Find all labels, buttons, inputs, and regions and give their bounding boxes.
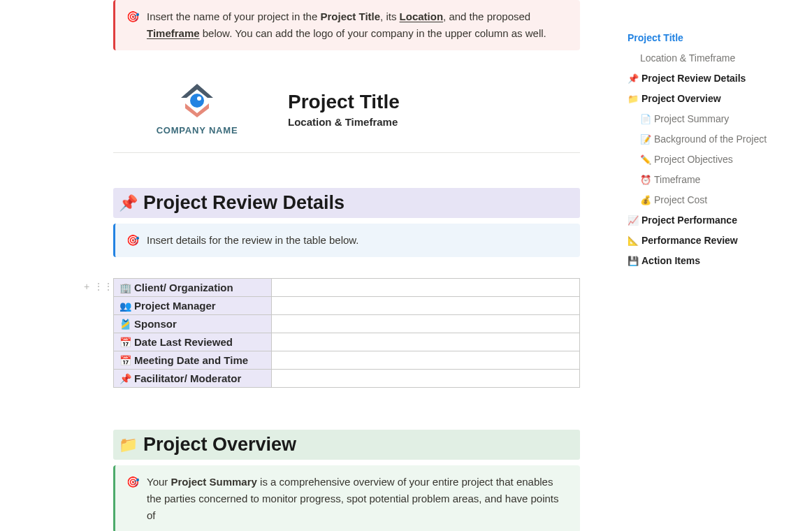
toc-item[interactable]: ✏️Project Objectives: [628, 150, 804, 170]
toc-item-icon: ⏰: [640, 173, 651, 187]
table-value-cell[interactable]: [272, 297, 580, 315]
toc-item-label: Project Summary: [654, 112, 729, 126]
callout-intro-body[interactable]: Insert the name of your project in the P…: [147, 8, 569, 42]
table-value-cell[interactable]: [272, 333, 580, 351]
toc-item-icon: 💰: [640, 194, 651, 208]
row-label: Facilitator/ Moderator: [134, 372, 241, 384]
section-header-review: 📌 Project Review Details: [113, 188, 580, 218]
toc-item-icon: 📄: [640, 112, 651, 126]
table-label-cell[interactable]: 🏢Client/ Organization: [114, 279, 272, 297]
main-document: 🎯 Insert the name of your project in the…: [0, 0, 616, 531]
callout-overview: 🎯 Your Project Summary is a comprehensiv…: [113, 465, 580, 531]
row-icon: 👥: [119, 300, 131, 312]
toc-item[interactable]: 📄Project Summary: [628, 109, 804, 129]
target-icon: 🎯: [126, 8, 140, 25]
toc-item[interactable]: 📌Project Review Details: [628, 68, 804, 89]
toc-item-label: Timeframe: [654, 173, 700, 187]
table-row[interactable]: 🎽Sponsor: [114, 315, 580, 333]
toc-item-icon: 💾: [628, 254, 639, 268]
callout-review: 🎯 Insert details for the review in the t…: [113, 224, 580, 257]
toc-item-label: Project Objectives: [654, 152, 733, 167]
table-label-cell[interactable]: 👥Project Manager: [114, 297, 272, 315]
toc-item-icon: 📁: [628, 92, 639, 106]
row-label: Project Manager: [134, 300, 216, 312]
toc-item-icon: 📈: [628, 214, 639, 228]
table-label-cell[interactable]: 📅Meeting Date and Time: [114, 351, 272, 370]
table-row[interactable]: 📌Facilitator/ Moderator: [114, 370, 580, 388]
row-icon: 📅: [119, 355, 131, 366]
row-icon: 📅: [119, 337, 131, 348]
toc-item-icon: 📌: [628, 72, 639, 86]
title-column[interactable]: Project Title Location & Timeframe: [281, 91, 580, 128]
row-icon: 📌: [119, 373, 131, 384]
callout-overview-body[interactable]: Your Project Summary is a comprehensive …: [147, 474, 569, 524]
toc-item[interactable]: ⏰Timeframe: [628, 170, 804, 190]
table-value-cell[interactable]: [272, 315, 580, 333]
table-row[interactable]: 🏢Client/ Organization: [114, 279, 580, 297]
table-value-cell[interactable]: [272, 370, 580, 388]
toc-item[interactable]: 📁Project Overview: [628, 89, 804, 109]
pushpin-icon: 📌: [119, 194, 138, 212]
folder-icon: 📁: [119, 436, 138, 454]
toc-item-label: Background of the Project: [654, 132, 767, 147]
toc-item-label: Location & Timeframe: [640, 51, 735, 66]
toc-item[interactable]: Location & Timeframe: [628, 48, 804, 68]
toc-item-icon: 📐: [628, 234, 639, 248]
add-block-icon[interactable]: +: [84, 281, 89, 292]
toc-item[interactable]: 📝Background of the Project: [628, 129, 804, 150]
table-of-contents: Project TitleLocation & Timeframe📌Projec…: [616, 0, 812, 531]
row-label: Sponsor: [134, 318, 177, 330]
table-value-cell[interactable]: [272, 351, 580, 370]
callout-review-body[interactable]: Insert details for the review in the tab…: [147, 232, 569, 249]
table-row[interactable]: 👥Project Manager: [114, 297, 580, 315]
table-row[interactable]: 📅Meeting Date and Time: [114, 351, 580, 370]
toc-item-label: Project Title: [628, 31, 683, 45]
company-name: COMPANY NAME: [113, 125, 281, 136]
logo-column[interactable]: COMPANY NAME: [113, 82, 281, 136]
section-heading-review[interactable]: Project Review Details: [143, 192, 345, 214]
target-icon: 🎯: [126, 474, 140, 490]
table-label-cell[interactable]: 📅Date Last Reviewed: [114, 333, 272, 351]
table-row[interactable]: 📅Date Last Reviewed: [114, 333, 580, 351]
toc-item[interactable]: 💾Action Items: [628, 251, 804, 271]
toc-item-label: Action Items: [641, 254, 700, 268]
company-logo-icon: [173, 82, 222, 122]
toc-item-label: Performance Review: [641, 233, 738, 248]
row-label: Date Last Reviewed: [134, 336, 233, 348]
toc-item[interactable]: 📈Project Performance: [628, 210, 804, 231]
target-icon: 🎯: [126, 232, 140, 249]
toc-item-label: Project Review Details: [641, 71, 746, 86]
toc-item-label: Project Cost: [654, 193, 707, 208]
row-icon: 🏢: [119, 282, 131, 293]
project-header: COMPANY NAME Project Title Location & Ti…: [113, 70, 580, 153]
svg-point-1: [190, 94, 204, 108]
toc-item-icon: ✏️: [640, 153, 651, 167]
svg-point-2: [197, 96, 201, 101]
toc-item[interactable]: Project Title: [628, 28, 804, 48]
row-label: Meeting Date and Time: [134, 354, 248, 366]
toc-item[interactable]: 💰Project Cost: [628, 190, 804, 210]
section-header-overview: 📁 Project Overview: [113, 430, 580, 460]
callout-intro: 🎯 Insert the name of your project in the…: [113, 0, 580, 50]
review-details-table[interactable]: 🏢Client/ Organization👥Project Manager🎽Sp…: [113, 278, 580, 388]
toc-item[interactable]: 📐Performance Review: [628, 231, 804, 251]
table-label-cell[interactable]: 🎽Sponsor: [114, 315, 272, 333]
toc-item-label: Project Performance: [641, 213, 737, 228]
drag-handle-icon[interactable]: ⋮⋮: [94, 281, 113, 292]
project-title: Project Title: [288, 91, 580, 113]
project-subtitle: Location & Timeframe: [288, 116, 580, 128]
toc-item-icon: 📝: [640, 133, 651, 147]
toc-item-label: Project Overview: [641, 92, 721, 106]
table-label-cell[interactable]: 📌Facilitator/ Moderator: [114, 370, 272, 388]
table-value-cell[interactable]: [272, 279, 580, 297]
section-heading-overview[interactable]: Project Overview: [143, 434, 296, 456]
row-label: Client/ Organization: [134, 282, 233, 293]
row-icon: 🎽: [119, 319, 131, 330]
block-gutter-controls[interactable]: + ⋮⋮: [84, 281, 113, 292]
